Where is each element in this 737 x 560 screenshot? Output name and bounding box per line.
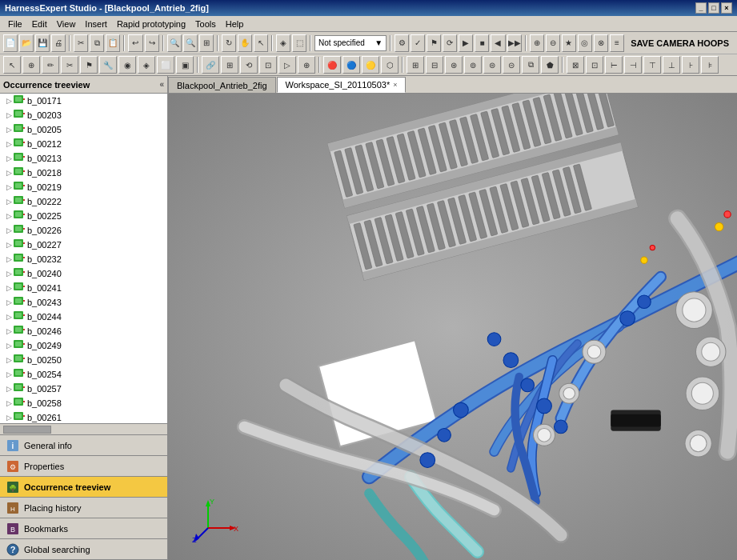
tree-item[interactable]: ▷ b_00232 bbox=[0, 252, 167, 266]
paste-button[interactable]: 📋 bbox=[106, 34, 120, 52]
tree-item[interactable]: ▷ b_00205 bbox=[0, 122, 167, 137]
tb-extra1[interactable]: ⊕ bbox=[530, 34, 544, 52]
tb2-btn13[interactable]: ⟲ bbox=[240, 56, 258, 74]
nav-placing-history[interactable]: H Placing history bbox=[0, 498, 167, 518]
tb2-btn17[interactable]: 🔴 bbox=[323, 56, 341, 74]
nav-general-info[interactable]: i General info bbox=[0, 435, 167, 456]
prev-button[interactable]: ◀ bbox=[491, 34, 505, 52]
tb2-btn35[interactable]: ⊦ bbox=[682, 56, 699, 74]
tb2-btn27[interactable]: ⧉ bbox=[522, 56, 539, 74]
tb2-btn19[interactable]: 🟡 bbox=[362, 56, 379, 74]
tb2-btn5[interactable]: ⚑ bbox=[80, 56, 98, 74]
tree-item[interactable]: ▷ b_00243 bbox=[0, 295, 167, 310]
tab-blackpool[interactable]: Blackpool_Antrieb_2fig bbox=[168, 77, 276, 93]
select-button[interactable]: ↖ bbox=[254, 34, 268, 52]
tb2-btn29[interactable]: ⊠ bbox=[567, 56, 584, 74]
minimize-button[interactable]: _ bbox=[695, 2, 707, 14]
tb2-btn25[interactable]: ⊜ bbox=[483, 56, 501, 74]
tb2-btn15[interactable]: ▷ bbox=[278, 56, 296, 74]
3d-viewport[interactable]: Y X Z bbox=[168, 94, 737, 560]
tb2-btn16[interactable]: ⊕ bbox=[298, 56, 315, 74]
tree-item[interactable]: ▷ b_00240 bbox=[0, 266, 167, 281]
tb-extra4[interactable]: ◎ bbox=[578, 34, 592, 52]
tb2-btn22[interactable]: ⊟ bbox=[426, 56, 443, 74]
tree-item[interactable]: ▷ b_00254 bbox=[0, 367, 167, 382]
menu-insert[interactable]: Insert bbox=[80, 18, 112, 30]
maximize-button[interactable]: □ bbox=[708, 2, 719, 14]
tb2-btn32[interactable]: ⊣ bbox=[624, 56, 642, 74]
nav-properties[interactable]: ⚙ Properties bbox=[0, 456, 167, 477]
redo-button[interactable]: ↪ bbox=[145, 34, 159, 52]
tb2-btn21[interactable]: ⊞ bbox=[407, 56, 424, 74]
tree-item[interactable]: ▷ b_00226 bbox=[0, 223, 167, 238]
tb2-btn11[interactable]: 🔗 bbox=[202, 56, 219, 74]
tb-extra6[interactable]: ≡ bbox=[610, 34, 624, 52]
nav-bookmarks[interactable]: B Bookmarks bbox=[0, 518, 167, 539]
nav-occurrence-treeview[interactable]: 🌳 Occurrence treeview bbox=[0, 477, 167, 498]
undo-button[interactable]: ↩ bbox=[128, 34, 142, 52]
menu-help[interactable]: Help bbox=[221, 18, 249, 30]
open-button[interactable]: 📂 bbox=[19, 34, 34, 52]
tb2-btn1[interactable]: ↖ bbox=[3, 56, 21, 74]
tree-item[interactable]: ▷ b_00258 bbox=[0, 396, 167, 410]
save-button[interactable]: 💾 bbox=[35, 34, 50, 52]
tree-item[interactable]: ▷ b_00212 bbox=[0, 137, 167, 151]
nav-global-searching[interactable]: ? Global searching bbox=[0, 539, 167, 560]
tb2-btn36[interactable]: ⊧ bbox=[701, 56, 719, 74]
menu-file[interactable]: File bbox=[3, 18, 27, 30]
tb2-btn8[interactable]: ◈ bbox=[138, 56, 155, 74]
print-button[interactable]: 🖨 bbox=[51, 34, 66, 52]
tb-extra3[interactable]: ★ bbox=[562, 34, 576, 52]
tb2-btn9[interactable]: ⬜ bbox=[157, 56, 174, 74]
tree-item[interactable]: ▷ b_00227 bbox=[0, 238, 167, 252]
tb2-btn4[interactable]: ✂ bbox=[61, 56, 78, 74]
wire-button[interactable]: ⬚ bbox=[292, 34, 306, 52]
check-button[interactable]: ✓ bbox=[411, 34, 425, 52]
next-button[interactable]: ▶▶ bbox=[507, 34, 522, 52]
tab-workspace[interactable]: Workspace_SI_20110503* × bbox=[277, 77, 407, 93]
tb2-btn33[interactable]: ⊤ bbox=[643, 56, 661, 74]
tree-item[interactable]: ▷ b_00219 bbox=[0, 180, 167, 194]
tab-workspace-close[interactable]: × bbox=[393, 81, 397, 89]
zoom-out-button[interactable]: 🔍 bbox=[183, 34, 198, 52]
menu-edit[interactable]: Edit bbox=[27, 18, 52, 30]
tree-item[interactable]: ▷ b_00213 bbox=[0, 151, 167, 166]
tb2-btn34[interactable]: ⊥ bbox=[663, 56, 680, 74]
tb2-btn2[interactable]: ⊕ bbox=[22, 56, 40, 74]
tree-item[interactable]: ▷ b_00246 bbox=[0, 324, 167, 338]
zoom-in-button[interactable]: 🔍 bbox=[167, 34, 182, 52]
tb2-btn6[interactable]: 🔧 bbox=[99, 56, 117, 74]
tree-item[interactable]: ▷ b_00222 bbox=[0, 194, 167, 209]
tb2-btn20[interactable]: ⬡ bbox=[381, 56, 399, 74]
view3d-button[interactable]: ◈ bbox=[276, 34, 290, 52]
close-button[interactable]: × bbox=[721, 2, 732, 14]
tree-item[interactable]: ▷ b_00261 bbox=[0, 410, 167, 423]
settings-button[interactable]: ⚙ bbox=[395, 34, 409, 52]
tb2-btn28[interactable]: ⬟ bbox=[541, 56, 559, 74]
tb2-btn31[interactable]: ⊢ bbox=[605, 56, 623, 74]
menu-view[interactable]: View bbox=[52, 18, 81, 30]
tree-list[interactable]: ▷ b_00171 ▷ bbox=[0, 94, 167, 423]
menu-tools[interactable]: Tools bbox=[190, 18, 221, 30]
horizontal-scrollbar[interactable] bbox=[0, 423, 167, 434]
tree-item[interactable]: ▷ b_00225 bbox=[0, 209, 167, 223]
tree-item[interactable]: ▷ b_00171 bbox=[0, 94, 167, 108]
tb2-btn24[interactable]: ⊚ bbox=[464, 56, 482, 74]
tb-extra2[interactable]: ⊖ bbox=[546, 34, 560, 52]
tb2-btn23[interactable]: ⊛ bbox=[445, 56, 463, 74]
menu-rapid-prototyping[interactable]: Rapid prototyping bbox=[112, 18, 190, 30]
tree-item[interactable]: ▷ b_00249 bbox=[0, 338, 167, 353]
tree-item[interactable]: ▷ b_00218 bbox=[0, 166, 167, 180]
flag-button[interactable]: ⚑ bbox=[427, 34, 441, 52]
tb2-btn7[interactable]: ◉ bbox=[118, 56, 136, 74]
tree-item[interactable]: ▷ b_00203 bbox=[0, 108, 167, 122]
tb2-btn14[interactable]: ⊡ bbox=[259, 56, 277, 74]
rotate-button[interactable]: ↻ bbox=[222, 34, 236, 52]
tb2-btn12[interactable]: ⊞ bbox=[221, 56, 238, 74]
tree-item[interactable]: ▷ b_00257 bbox=[0, 382, 167, 396]
not-specified-dropdown[interactable]: Not specified ▼ bbox=[314, 35, 387, 51]
stop-button[interactable]: ■ bbox=[475, 34, 489, 52]
tb2-btn10[interactable]: ▣ bbox=[176, 56, 194, 74]
collapse-panel-button[interactable]: « bbox=[159, 80, 164, 89]
play-button[interactable]: ▶ bbox=[459, 34, 473, 52]
